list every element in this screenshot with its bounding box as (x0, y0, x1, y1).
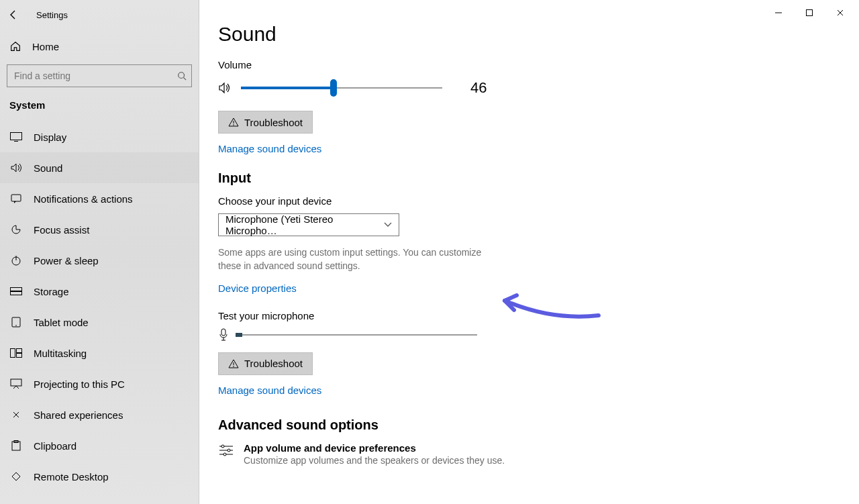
sidebar-item-focus-assist[interactable]: Focus assist (0, 214, 199, 245)
search-icon (177, 71, 187, 81)
svg-rect-11 (11, 379, 21, 386)
sidebar-item-label: Clipboard (34, 440, 77, 452)
mic-level-bar (236, 334, 477, 336)
sidebar-item-projecting[interactable]: Projecting to this PC (0, 368, 199, 399)
clipboard-icon (9, 439, 23, 452)
svg-rect-16 (221, 329, 225, 336)
svg-rect-9 (17, 349, 22, 353)
slider-thumb[interactable] (330, 79, 337, 97)
sidebar-item-label: Focus assist (34, 224, 89, 236)
sidebar-item-label: Projecting to this PC (34, 379, 125, 390)
sound-icon (9, 161, 23, 174)
device-properties-link[interactable]: Device properties (218, 283, 297, 294)
sidebar-item-shared-experiences[interactable]: Shared experiences (0, 399, 199, 430)
sidebar-item-sound[interactable]: Sound (0, 152, 199, 183)
notifications-icon (9, 192, 23, 205)
main-column: Sound Volume 46 Troubleshoot Manage soun… (218, 16, 648, 504)
microphone-icon (218, 328, 229, 342)
svg-rect-5 (11, 292, 22, 295)
svg-point-7 (15, 325, 17, 326)
sidebar-item-label: Sound (34, 162, 62, 174)
sidebar-item-label: Multitasking (34, 348, 87, 359)
warning-icon (228, 117, 239, 127)
input-device-selected: Microphone (Yeti Stereo Micropho… (225, 213, 384, 236)
sidebar-header: Settings (0, 0, 199, 30)
advanced-heading: Advanced sound options (218, 417, 648, 433)
svg-point-18 (221, 445, 224, 448)
tablet-icon (9, 315, 23, 329)
back-icon[interactable] (8, 9, 24, 20)
sidebar-home[interactable]: Home (0, 34, 199, 59)
sidebar-item-notifications[interactable]: Notifications & actions (0, 183, 199, 214)
svg-rect-8 (11, 349, 15, 358)
svg-point-0 (179, 72, 185, 79)
sidebar-group-label: System (0, 90, 199, 115)
test-mic-label: Test your microphone (218, 310, 648, 321)
power-icon (9, 254, 23, 267)
sidebar-item-multitasking[interactable]: Multitasking (0, 338, 199, 368)
search-input[interactable] (7, 64, 192, 87)
svg-rect-4 (11, 288, 22, 291)
advanced-item-title: App volume and device preferences (244, 442, 505, 454)
sidebar-item-label: Storage (34, 286, 69, 297)
volume-slider[interactable] (241, 87, 442, 89)
svg-rect-10 (17, 354, 22, 358)
sidebar-item-label: Notifications & actions (34, 193, 133, 205)
svg-point-15 (233, 124, 234, 125)
page-title: Sound (218, 23, 648, 46)
svg-point-17 (233, 366, 234, 367)
svg-rect-2 (11, 195, 21, 201)
app-title: Settings (36, 10, 68, 20)
minimize-button[interactable] (764, 3, 793, 23)
sidebar-item-label: Power & sleep (34, 255, 99, 266)
volume-label: Volume (218, 59, 648, 70)
sidebar-item-storage[interactable]: Storage (0, 276, 199, 307)
sidebar-nav: Display Sound Notifications & actions Fo… (0, 121, 199, 492)
input-heading: Input (218, 170, 648, 186)
sidebar-item-label: Remote Desktop (34, 471, 109, 483)
close-button[interactable] (825, 3, 855, 23)
focus-assist-icon (9, 223, 23, 236)
multitasking-icon (9, 346, 23, 360)
troubleshoot-output-button[interactable]: Troubleshoot (218, 111, 313, 134)
sidebar-home-label: Home (32, 41, 59, 52)
mic-level-fill (236, 333, 242, 337)
troubleshoot-input-button[interactable]: Troubleshoot (218, 352, 313, 375)
sidebar-item-power[interactable]: Power & sleep (0, 245, 199, 276)
chevron-down-icon (384, 222, 392, 228)
storage-icon (9, 285, 23, 298)
input-device-select[interactable]: Microphone (Yeti Stereo Micropho… (218, 213, 399, 236)
warning-icon (228, 359, 239, 368)
home-icon (9, 40, 21, 52)
remote-desktop-icon (9, 470, 23, 483)
manage-sound-devices-link[interactable]: Manage sound devices (218, 143, 321, 154)
button-label: Troubleshoot (244, 117, 303, 128)
svg-rect-1 (11, 133, 22, 140)
sidebar-item-label: Tablet mode (34, 317, 89, 328)
advanced-row-app-volume[interactable]: App volume and device preferences Custom… (218, 442, 648, 466)
button-label: Troubleshoot (244, 358, 303, 369)
volume-mixer-icon (218, 444, 234, 457)
sidebar-item-tablet[interactable]: Tablet mode (0, 307, 199, 338)
search-box[interactable] (7, 64, 192, 87)
sidebar-item-remote-desktop[interactable]: Remote Desktop (0, 461, 199, 492)
manage-sound-devices-link-2[interactable]: Manage sound devices (218, 385, 321, 396)
sidebar-item-clipboard[interactable]: Clipboard (0, 430, 199, 461)
window-controls (764, 3, 855, 23)
content-area: Sound Volume 46 Troubleshoot Manage soun… (199, 0, 859, 504)
input-hint-text: Some apps are using custom input setting… (218, 246, 487, 273)
slider-fill (241, 87, 334, 89)
mic-test-row (218, 328, 648, 342)
maximize-button[interactable] (795, 3, 824, 23)
shared-experiences-icon (9, 408, 23, 421)
speaker-icon[interactable] (218, 82, 232, 94)
advanced-item-subtitle: Customize app volumes and the speakers o… (244, 455, 505, 466)
volume-row: 46 (218, 77, 648, 99)
sidebar-item-display[interactable]: Display (0, 121, 199, 152)
projecting-icon (9, 377, 23, 391)
settings-sidebar: Settings Home System Display (0, 0, 199, 504)
sidebar-item-label: Shared experiences (34, 409, 123, 421)
display-icon (9, 130, 23, 144)
choose-input-label: Choose your input device (218, 195, 648, 207)
svg-point-19 (228, 449, 230, 452)
